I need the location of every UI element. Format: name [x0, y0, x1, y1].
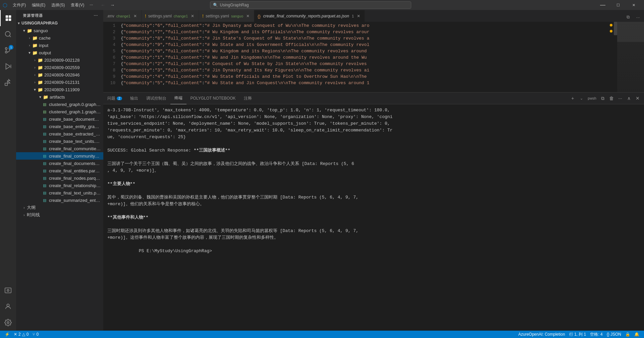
tree-item-file11[interactable]: ▤ create_final_nodes.parquet: [16, 174, 103, 182]
tree-item-output[interactable]: ▼ 📁 output: [16, 49, 103, 56]
term-line-p1b: , 4, 9, 7, +more)]。: [107, 167, 640, 174]
status-git[interactable]: ⑂ 0: [31, 331, 41, 338]
code-line-4: {"community":"9","full_content":"# Wu St…: [118, 42, 608, 48]
tree-item-sanguo[interactable]: ▼ 📁 sanguo: [16, 27, 103, 34]
panel-split-button[interactable]: ⧉: [599, 95, 606, 102]
tree-item-file8[interactable]: ▤ create_final_community_reports.parquet: [16, 152, 103, 160]
tree-item-outline[interactable]: › 大纲: [16, 204, 103, 211]
tree-item-file6[interactable]: ▤ create_base_text_units.parquet: [16, 137, 103, 145]
tree-item-dir5[interactable]: ▼ 📁 20240809-111909: [16, 86, 103, 93]
activity-settings[interactable]: [0, 315, 16, 331]
panel-more-button[interactable]: ···: [616, 95, 624, 102]
tree-item-file12[interactable]: ▤ create_final_relationships.parquet: [16, 182, 103, 189]
status-spaces[interactable]: 空格: 4: [588, 331, 604, 338]
panel-tab-terminal[interactable]: 终端: [170, 93, 186, 104]
tab-settings1[interactable]: ! settings.yaml change1 ✕: [142, 10, 199, 22]
activity-source-control[interactable]: 1: [0, 42, 16, 58]
tree-item-dir2[interactable]: › 📁 20240809-002559: [16, 64, 103, 71]
tree-item-file4[interactable]: ▤ create_base_entity_graph.parquet: [16, 123, 103, 130]
editor-content: 1 2 3 4 5 6 7 8 9 10 {"community":"6","f…: [103, 22, 644, 92]
activity-extensions[interactable]: [0, 74, 16, 91]
file1-label: clustered_graph.0.graphml: [49, 102, 101, 107]
sidebar-more-button[interactable]: ···: [93, 13, 99, 18]
panel-select-button[interactable]: ⌄: [578, 95, 585, 102]
tab-env[interactable]: .env change1 ✕: [103, 10, 142, 22]
tab-settings2-label: settings.yaml: [206, 14, 229, 18]
folder-icon-dir3: 📁: [38, 72, 43, 77]
file3-label: create_base_documents.parquet: [49, 117, 101, 122]
svg-rect-2: [6, 18, 8, 21]
tab-env-close[interactable]: ✕: [132, 13, 138, 19]
terminal-area[interactable]: a-3.1-70B-Instruct', 'max_tokens': 4000,…: [103, 104, 644, 253]
status-lang[interactable]: {} JSON: [605, 331, 623, 338]
tree-item-file1[interactable]: ▤ clustered_graph.0.graphml: [16, 101, 103, 108]
close-button[interactable]: ✕: [626, 0, 641, 10]
activity-run[interactable]: [0, 58, 16, 74]
tree-item-artifacts[interactable]: ▼ 📁 artifacts: [16, 93, 103, 101]
tree-item-file5[interactable]: ▤ create_base_extracted_entities.parquet: [16, 130, 103, 137]
file8-label: create_final_community_reports.parquet: [49, 154, 101, 159]
code-editor[interactable]: {"community":"6","full_content":"# Jin D…: [118, 22, 608, 92]
remote-icon: ⚡: [5, 332, 10, 337]
tab-json-close[interactable]: ✕: [356, 13, 361, 19]
tree-item-file9[interactable]: ▤ create_final_documents.parquet: [16, 160, 103, 167]
tab-settings1-close[interactable]: ✕: [190, 13, 195, 19]
tree-item-file14[interactable]: ▤ create_summarized_entities.parquet: [16, 196, 103, 204]
activity-remote[interactable]: [0, 282, 16, 298]
panel-add-button[interactable]: +: [569, 95, 576, 102]
panel-tab-debug[interactable]: 调试控制台: [142, 93, 170, 104]
tab-more-button[interactable]: ···: [633, 12, 643, 22]
tree-item-cache[interactable]: › 📁 cache: [16, 34, 103, 42]
title-search[interactable]: 🔍 UsingGraphRag: [210, 1, 411, 9]
tree-item-file13[interactable]: ▤ create_final_text_units.parquet: [16, 189, 103, 196]
status-ai[interactable]: AzureOpenAI: Completion: [516, 331, 567, 338]
editor-scrollbar[interactable]: [614, 22, 617, 92]
minimize-button[interactable]: —: [595, 0, 610, 10]
tab-json-active[interactable]: {} create_final_community_reports.parque…: [254, 10, 365, 22]
status-notifications[interactable]: 🔔: [632, 331, 641, 338]
file-icon-parquet5: ▤: [43, 132, 46, 136]
status-lock[interactable]: 🔒: [623, 331, 632, 338]
tree-item-file3[interactable]: ▤ create_base_documents.parquet: [16, 115, 103, 123]
tree-item-input[interactable]: › 📁 input: [16, 42, 103, 49]
panel-tab-problems[interactable]: 问题 2: [103, 93, 126, 104]
panel-chevron-up[interactable]: ∧: [625, 95, 633, 102]
menu-bar: 文件(F) 编辑(E) 选择(S) 查看(V) ···: [10, 2, 95, 9]
term-line-p2: 其中，蜀汉的刘备、魏国的曹操和吴国的孙权是主要人物，他们的故事贯穿整个三国时期 …: [107, 194, 640, 201]
activity-search[interactable]: [0, 26, 16, 42]
panel-tab-comments[interactable]: 注释: [240, 93, 256, 104]
tree-item-file2[interactable]: ▤ clustered_graph.1.graphml: [16, 108, 103, 115]
status-line-col[interactable]: 行 1, 列 1: [567, 331, 588, 338]
status-remote[interactable]: ⚡: [3, 331, 12, 338]
svg-rect-13: [5, 83, 7, 86]
tree-item-dir4[interactable]: › 📁 20240809-012131: [16, 78, 103, 86]
svg-rect-14: [5, 288, 11, 293]
tree-item-file10[interactable]: ▤ create_final_entities.parquet: [16, 167, 103, 174]
menu-file[interactable]: 文件(F): [10, 2, 29, 9]
activity-accounts[interactable]: [0, 298, 16, 315]
panel-tab-output[interactable]: 输出: [126, 93, 142, 104]
tree-item-file7[interactable]: ▤ create_final_communities.parquet: [16, 145, 103, 152]
maximize-button[interactable]: ☐: [610, 0, 626, 10]
menu-more[interactable]: ···: [88, 2, 95, 9]
errors-icon: ✕: [14, 332, 17, 337]
menu-edit[interactable]: 编辑(E): [29, 2, 48, 9]
tree-item-dir3[interactable]: › 📁 20240809-002846: [16, 71, 103, 78]
panel-trash-button[interactable]: 🗑: [608, 95, 615, 102]
menu-selection[interactable]: 选择(S): [49, 2, 67, 9]
tree-item-dir1[interactable]: › 📁 20240809-002128: [16, 56, 103, 64]
menu-view[interactable]: 查看(V): [68, 2, 87, 9]
panel-tab-polyglot[interactable]: POLYGLOT NOTEBOOK: [186, 93, 240, 104]
activity-explorer[interactable]: [0, 10, 16, 26]
nav-back[interactable]: ←: [99, 1, 107, 9]
outline-arrow: ›: [21, 206, 27, 210]
tree-item-timeline[interactable]: › 时间线: [16, 211, 103, 219]
status-errors[interactable]: ✕ 2 △ 0: [12, 331, 31, 338]
nav-forward[interactable]: →: [108, 1, 116, 9]
tab-settings2[interactable]: ! settings.yaml sanguo ✕: [199, 10, 254, 22]
tab-settings2-close[interactable]: ✕: [245, 13, 251, 19]
file-icon-parquet12: ▤: [43, 183, 46, 188]
split-editor-button[interactable]: ⧉: [623, 12, 633, 22]
panel-close-button[interactable]: ✕: [634, 95, 641, 102]
tree-root[interactable]: ▼ USINGGRAPHRAG: [16, 19, 103, 27]
